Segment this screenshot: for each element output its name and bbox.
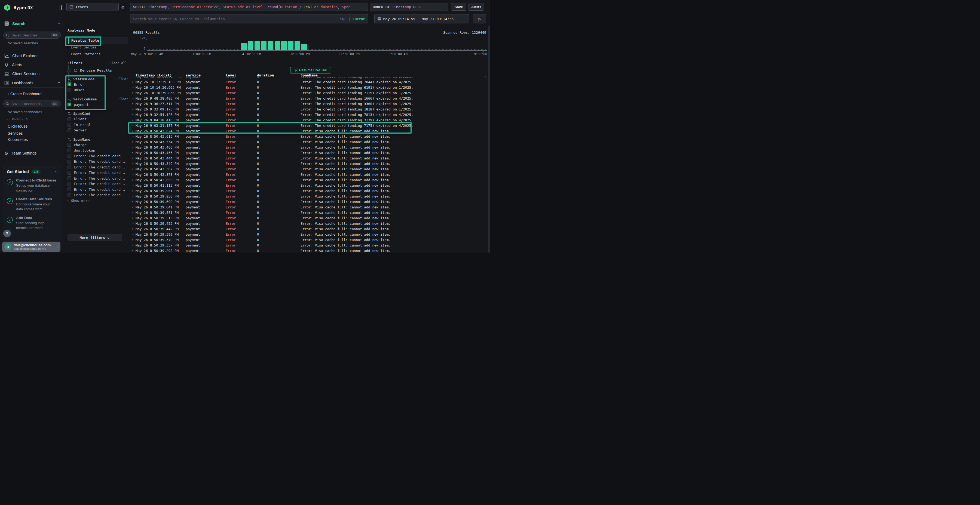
row-expand-chevron-icon[interactable]: > (132, 97, 135, 100)
table-row[interactable]: > May 26 8:50:42.655 PM payment Error 0 … (132, 177, 488, 183)
row-expand-chevron-icon[interactable]: > (132, 167, 135, 171)
sidebar-item-dashboards[interactable]: Dashboards (0, 78, 64, 87)
filter-checkbox[interactable] (67, 187, 71, 191)
row-expand-chevron-icon[interactable]: > (132, 233, 135, 236)
row-expand-chevron-icon[interactable]: > (132, 173, 135, 176)
analysis-mode-event-deltas[interactable]: Event Deltas (68, 44, 128, 51)
row-expand-chevron-icon[interactable]: > (132, 124, 135, 127)
row-expand-chevron-icon[interactable]: > (132, 146, 135, 149)
filter-checkbox[interactable]: ✓ (67, 103, 71, 106)
filter-option[interactable]: Error: The credit card … (67, 153, 128, 159)
sidebar-item-search[interactable]: Search (0, 19, 64, 28)
source-settings-gear-icon[interactable]: ⚙ (121, 4, 124, 10)
histogram-bar[interactable] (268, 41, 273, 50)
filter-option[interactable]: Error: The credit card … (67, 192, 128, 198)
table-row[interactable]: > May 26 8:50:39.453 PM payment Error 0 … (132, 221, 488, 226)
row-expand-chevron-icon[interactable]: > (132, 227, 135, 231)
filter-checkbox[interactable] (67, 182, 71, 186)
row-expand-chevron-icon[interactable]: > (132, 249, 135, 252)
sidebar-item-chart-explorer[interactable]: Chart Explorer (0, 52, 64, 60)
lang-toggle-sql[interactable]: SQL (340, 17, 347, 21)
table-row[interactable]: > May 26 8:50:39.856 PM payment Error 0 … (132, 194, 488, 199)
get-started-item[interactable]: ✓ Add Data Start sending logs, metrics, … (7, 216, 57, 230)
row-expand-chevron-icon[interactable]: > (132, 108, 135, 111)
table-row[interactable]: > May 26 8:50:39.641 PM payment Error 0 … (132, 204, 488, 210)
row-expand-chevron-icon[interactable]: > (132, 113, 135, 116)
row-expand-chevron-icon[interactable]: > (132, 77, 135, 78)
row-expand-chevron-icon[interactable]: > (132, 238, 135, 241)
histogram-bar[interactable] (241, 43, 247, 50)
resume-live-tail-button[interactable]: Resume Live Tail (290, 67, 331, 73)
table-row[interactable]: > May 26 8:50:39.442 PM payment Error 0 … (132, 226, 488, 232)
column-resize-handle[interactable]: ⋮ (222, 73, 225, 75)
row-expand-chevron-icon[interactable]: > (132, 189, 135, 193)
filter-checkbox[interactable] (67, 154, 71, 158)
time-range-picker[interactable]: May 26 09:14:55 - May 27 09:14:55 (374, 14, 469, 24)
column-header-service[interactable]: service (186, 73, 226, 77)
table-row[interactable]: > May 26 8:50:39.298 PM payment Error 0 … (132, 248, 488, 252)
row-expand-chevron-icon[interactable]: > (132, 178, 135, 182)
denoise-results-toggle[interactable]: Denoise Results (67, 68, 112, 72)
row-expand-chevron-icon[interactable]: > (132, 91, 135, 95)
analysis-mode-event-patterns[interactable]: Event Patterns (68, 51, 128, 57)
filter-option[interactable]: charge (67, 142, 128, 148)
table-row[interactable]: > May 26 8:50:39.337 PM payment Error 0 … (132, 243, 488, 248)
table-row[interactable]: > May 26 8:50:39.513 PM payment Error 0 … (132, 215, 488, 221)
table-row[interactable]: > May 26 8:50:43.444 PM payment Error 0 … (132, 156, 488, 161)
filter-checkbox[interactable] (67, 123, 71, 127)
filter-checkbox[interactable]: ✓ (67, 83, 71, 86)
table-row[interactable]: > May 26 8:50:43.307 PM payment Error 0 … (132, 166, 488, 172)
saved-dashboards-search[interactable]: ⌘K (3, 100, 61, 107)
more-filters-button[interactable]: More filters (67, 234, 122, 241)
column-header-spanname[interactable]: SpanName (301, 73, 488, 77)
save-button[interactable]: Save (451, 3, 466, 11)
table-row[interactable]: > May 26 8:50:39.692 PM payment Error 0 … (132, 199, 488, 204)
filter-checkbox[interactable] (67, 143, 71, 147)
saved-searches-input[interactable] (11, 33, 49, 37)
table-row[interactable]: > May 26 8:50:42.878 PM payment Error 0 … (132, 172, 488, 177)
lang-toggle-lucene[interactable]: Lucene (353, 17, 365, 21)
filter-checkbox[interactable] (67, 176, 71, 180)
filter-option[interactable]: Error: The credit card … (67, 164, 128, 170)
row-expand-chevron-icon[interactable]: > (132, 222, 135, 225)
run-query-button[interactable]: ▷ (473, 14, 486, 24)
filter-group-clear-button[interactable]: Clear (118, 97, 128, 101)
filter-option[interactable]: Internal (67, 122, 128, 128)
get-started-item[interactable]: ✓ Create Data Sources Configure where yo… (7, 197, 57, 211)
row-expand-chevron-icon[interactable]: > (132, 129, 135, 133)
row-expand-chevron-icon[interactable]: > (132, 200, 135, 203)
event-search-input[interactable] (133, 17, 338, 21)
help-button[interactable]: ? (3, 230, 11, 237)
table-row[interactable]: > May 26 10:18:11.214 PM payment Error 0… (132, 77, 488, 79)
scrollbar[interactable] (488, 26, 490, 252)
table-row[interactable]: > May 26 8:50:39.901 PM payment Error 0 … (132, 188, 488, 194)
table-row[interactable]: > May 26 9:03:31.187 PM payment Error 0 … (132, 123, 488, 128)
filter-checkbox[interactable] (67, 88, 71, 92)
row-expand-chevron-icon[interactable]: > (132, 80, 135, 84)
filter-option[interactable]: Error: The credit card … (67, 181, 128, 187)
sidebar-item-clickhouse[interactable]: ClickHouse (8, 124, 27, 129)
column-resize-handle[interactable]: ⋮ (180, 73, 183, 75)
results-histogram[interactable] (147, 38, 487, 50)
sidebar-item-client-sessions[interactable]: Client Sessions (0, 70, 64, 78)
row-expand-chevron-icon[interactable]: > (132, 211, 135, 214)
chevron-up-icon[interactable] (55, 171, 58, 173)
column-header-timestamp[interactable]: Timestamp (Local) (135, 73, 186, 77)
user-menu[interactable]: D dale@clickhouse.com dale@clickhouse.co… (2, 241, 60, 252)
sidebar-item-services[interactable]: Services (8, 131, 23, 135)
clear-all-button[interactable]: Clear all (110, 61, 127, 65)
row-expand-chevron-icon[interactable]: > (132, 162, 135, 165)
table-row[interactable]: > May 26 8:50:43.455 PM payment Error 0 … (132, 150, 488, 156)
filter-option[interactable]: dns.lookup (67, 148, 128, 154)
denoise-checkbox[interactable] (67, 68, 71, 72)
table-row[interactable]: > May 26 8:50:43.534 PM payment Error 0 … (132, 139, 488, 145)
table-row[interactable]: > May 26 8:50:43.349 PM payment Error 0 … (132, 161, 488, 166)
filter-group-clear-button[interactable]: Clear (118, 77, 128, 81)
row-expand-chevron-icon[interactable]: > (132, 140, 135, 144)
filter-option[interactable]: Server (67, 128, 128, 133)
column-header-duration[interactable]: duration (257, 73, 301, 77)
filter-option[interactable]: Client (67, 116, 128, 122)
filter-option[interactable]: ✓payment (67, 102, 128, 108)
sql-select-editor[interactable]: SELECT Timestamp, ServiceName as service… (130, 3, 368, 11)
table-row[interactable]: > May 26 8:50:39.379 PM payment Error 0 … (132, 237, 488, 243)
